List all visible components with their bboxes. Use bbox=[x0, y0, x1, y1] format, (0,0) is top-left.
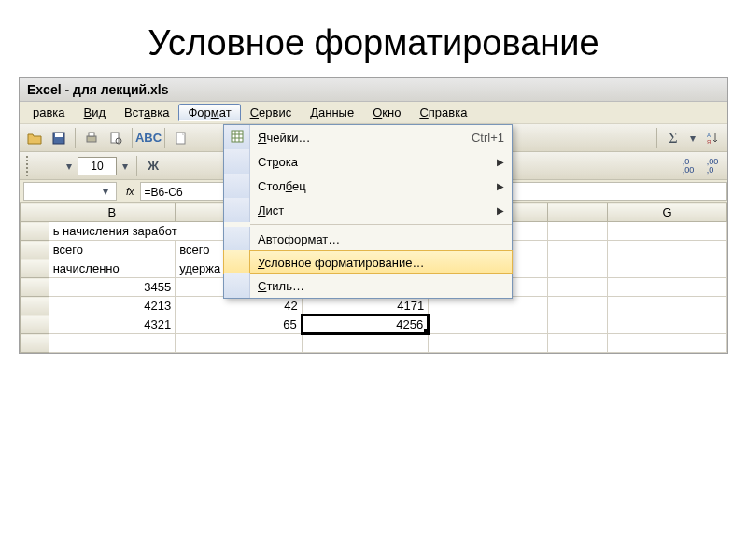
cell[interactable]: 42 bbox=[176, 297, 303, 315]
submenu-arrow-icon: ▶ bbox=[497, 205, 504, 216]
menu-separator bbox=[250, 224, 512, 225]
svg-rect-4 bbox=[111, 133, 119, 143]
menu-column[interactable]: Столбец ▶ bbox=[224, 174, 512, 198]
row-header[interactable] bbox=[21, 297, 49, 315]
menubar: равка Вид Вставка Формат Сервис Данные О… bbox=[20, 102, 727, 124]
autosum-dropdown[interactable]: ▾ bbox=[686, 132, 699, 145]
cell[interactable]: 3455 bbox=[49, 278, 176, 297]
toolbar-separator bbox=[136, 156, 137, 176]
open-icon[interactable] bbox=[23, 127, 46, 149]
toolbars-wrapper: ABC Σ ▾ AЯ ▾ ▾ Ж ,0,00 ,00,0 ▾ bbox=[20, 124, 727, 353]
spellcheck-icon[interactable]: ABC bbox=[137, 127, 160, 149]
shortcut-label: Ctrl+1 bbox=[472, 131, 504, 145]
cell[interactable]: начисленно bbox=[49, 259, 176, 278]
slide-title: Условное форматирование bbox=[0, 23, 747, 63]
menu-tools[interactable]: Сервис bbox=[241, 104, 302, 121]
menu-cells[interactable]: Ячейки… Ctrl+1 bbox=[224, 125, 512, 149]
menu-sheet[interactable]: Лист ▶ bbox=[224, 198, 512, 222]
cell[interactable]: 4213 bbox=[49, 297, 176, 315]
increase-decimal-icon[interactable]: ,0,00 bbox=[677, 155, 699, 177]
cell[interactable]: 4321 bbox=[49, 315, 176, 334]
col-header-f[interactable] bbox=[548, 203, 608, 222]
bold-button[interactable]: Ж bbox=[142, 155, 164, 177]
menu-autoformat[interactable]: Автоформат… bbox=[224, 227, 512, 251]
row-header[interactable] bbox=[21, 259, 49, 278]
row-header[interactable] bbox=[21, 222, 49, 241]
row-header[interactable] bbox=[21, 241, 49, 259]
svg-rect-9 bbox=[232, 131, 243, 142]
toolbar-grip[interactable] bbox=[26, 156, 30, 176]
active-cell[interactable]: 4256 bbox=[302, 315, 429, 334]
menu-style[interactable]: Стиль… bbox=[224, 273, 512, 298]
svg-rect-1 bbox=[55, 133, 63, 137]
menu-help[interactable]: Справка bbox=[410, 104, 476, 121]
name-box[interactable]: ▾ bbox=[23, 182, 117, 201]
sort-asc-icon[interactable]: AЯ bbox=[701, 127, 724, 149]
menu-format[interactable]: Формат bbox=[178, 104, 240, 121]
fx-button[interactable]: fx bbox=[126, 186, 134, 197]
print-icon[interactable] bbox=[80, 127, 103, 149]
svg-text:A: A bbox=[707, 133, 711, 138]
svg-rect-2 bbox=[87, 136, 96, 142]
cells-icon bbox=[231, 130, 244, 146]
row-header[interactable] bbox=[21, 278, 49, 297]
svg-rect-3 bbox=[89, 133, 94, 136]
font-name-dropdown[interactable]: ▾ bbox=[63, 160, 76, 173]
toolbar-separator bbox=[75, 128, 76, 148]
format-menu-dropdown: Ячейки… Ctrl+1 Строка ▶ Столбец ▶ Лист ▶ bbox=[223, 124, 513, 299]
menu-window[interactable]: Окно bbox=[363, 104, 410, 121]
menu-row[interactable]: Строка ▶ bbox=[224, 149, 512, 174]
font-size-dropdown[interactable]: ▾ bbox=[119, 160, 132, 173]
menu-edit[interactable]: равка bbox=[23, 104, 75, 121]
menu-data[interactable]: Данные bbox=[301, 104, 363, 121]
print-preview-icon[interactable] bbox=[105, 127, 127, 149]
decrease-decimal-icon[interactable]: ,00,0 bbox=[701, 155, 724, 177]
row-header[interactable] bbox=[21, 315, 49, 334]
excel-window: Excel - для лекций.xls равка Вид Вставка… bbox=[19, 77, 728, 354]
toolbar-separator bbox=[132, 128, 133, 148]
cell[interactable]: всего bbox=[49, 241, 176, 259]
menu-view[interactable]: Вид bbox=[75, 104, 116, 121]
toolbar-separator bbox=[164, 128, 165, 148]
menu-conditional-formatting[interactable]: Условное форматирование… bbox=[223, 250, 513, 274]
save-icon[interactable] bbox=[48, 127, 70, 149]
cell[interactable]: 4171 bbox=[302, 297, 429, 315]
select-all-corner[interactable] bbox=[21, 203, 49, 222]
toolbar-separator bbox=[656, 128, 657, 148]
submenu-arrow-icon: ▶ bbox=[497, 157, 504, 167]
col-header-g[interactable]: G bbox=[608, 203, 727, 222]
new-workbook-icon[interactable] bbox=[170, 127, 192, 149]
col-header-b[interactable]: B bbox=[49, 203, 176, 222]
submenu-arrow-icon: ▶ bbox=[497, 181, 504, 191]
window-title: Excel - для лекций.xls bbox=[20, 78, 727, 102]
namebox-dropdown[interactable]: ▾ bbox=[99, 185, 112, 198]
cell[interactable]: 65 bbox=[176, 315, 303, 334]
svg-text:Я: Я bbox=[707, 139, 711, 145]
autosum-icon[interactable]: Σ bbox=[662, 127, 684, 149]
menu-insert[interactable]: Вставка bbox=[115, 104, 178, 121]
font-size-combo[interactable] bbox=[78, 157, 117, 175]
row-header[interactable] bbox=[21, 334, 49, 353]
